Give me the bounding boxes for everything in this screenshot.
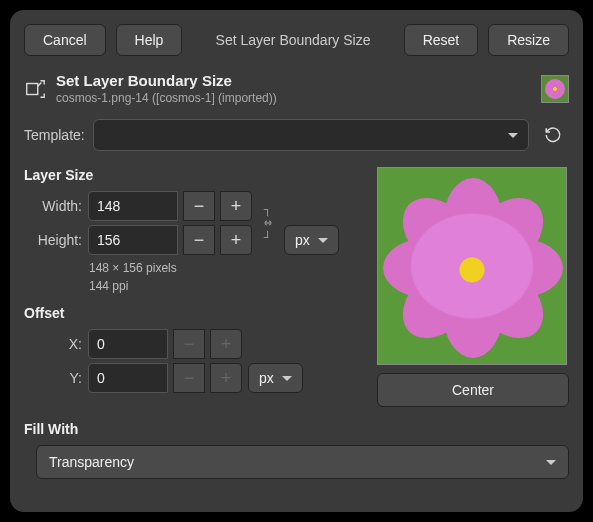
height-input[interactable] (88, 225, 178, 255)
width-decrement[interactable]: − (183, 191, 215, 221)
offset-unit-select[interactable]: px (248, 363, 303, 393)
help-button[interactable]: Help (116, 24, 183, 56)
dimension-info: 148 × 156 pixels 144 ppi (89, 259, 367, 295)
pixel-dims-text: 148 × 156 pixels (89, 259, 367, 277)
header-row: Set Layer Boundary Size cosmos-1.png-14 … (24, 72, 569, 105)
chain-link-icon[interactable]: ┐ ┘ (258, 191, 278, 255)
width-increment[interactable]: + (220, 191, 252, 221)
ppi-text: 144 ppi (89, 277, 367, 295)
offset-x-row: X: − + (24, 329, 367, 359)
template-select[interactable] (93, 119, 529, 151)
chevron-down-icon (318, 238, 328, 243)
layer-preview[interactable] (377, 167, 567, 365)
offset-x-increment: + (210, 329, 242, 359)
template-reset-button[interactable] (537, 119, 569, 151)
layer-thumbnail (541, 75, 569, 103)
reset-button[interactable]: Reset (404, 24, 479, 56)
button-bar: Cancel Help Set Layer Boundary Size Rese… (24, 24, 569, 56)
header-text: Set Layer Boundary Size cosmos-1.png-14 … (56, 72, 531, 105)
layer-size-title: Layer Size (24, 167, 367, 183)
svg-rect-0 (27, 83, 38, 94)
width-input[interactable] (88, 191, 178, 221)
chevron-down-icon (508, 133, 518, 138)
center-button[interactable]: Center (377, 373, 569, 407)
size-unit-value: px (295, 232, 310, 248)
fill-with-title: Fill With (24, 421, 569, 437)
width-row: Width: − + (24, 191, 367, 221)
width-label: Width: (36, 198, 82, 214)
template-label: Template: (24, 127, 85, 143)
cancel-button[interactable]: Cancel (24, 24, 106, 56)
offset-y-increment: + (210, 363, 242, 393)
offset-y-label: Y: (36, 370, 82, 386)
offset-x-label: X: (36, 336, 82, 352)
height-increment[interactable]: + (220, 225, 252, 255)
dialog-window: Cancel Help Set Layer Boundary Size Rese… (10, 10, 583, 512)
offset-y-input[interactable] (88, 363, 168, 393)
height-row: Height: − + ┐ ┘ px (24, 225, 367, 255)
header-subtitle: cosmos-1.png-14 ([cosmos-1] (imported)) (56, 91, 531, 105)
offset-y-decrement: − (173, 363, 205, 393)
offset-y-row: Y: − + px (24, 363, 367, 393)
template-row: Template: (24, 119, 569, 151)
offset-title: Offset (24, 305, 367, 321)
offset-x-input[interactable] (88, 329, 168, 359)
resize-button[interactable]: Resize (488, 24, 569, 56)
offset-x-decrement: − (173, 329, 205, 359)
chevron-down-icon (282, 376, 292, 381)
offset-unit-value: px (259, 370, 274, 386)
height-decrement[interactable]: − (183, 225, 215, 255)
fill-with-value: Transparency (49, 454, 134, 470)
chevron-down-icon (546, 460, 556, 465)
resize-layer-icon (24, 78, 46, 100)
rotate-ccw-icon (544, 126, 562, 144)
dialog-title: Set Layer Boundary Size (192, 32, 393, 48)
height-label: Height: (36, 232, 82, 248)
size-unit-select[interactable]: px (284, 225, 339, 255)
header-title: Set Layer Boundary Size (56, 72, 531, 89)
fill-with-select[interactable]: Transparency (36, 445, 569, 479)
